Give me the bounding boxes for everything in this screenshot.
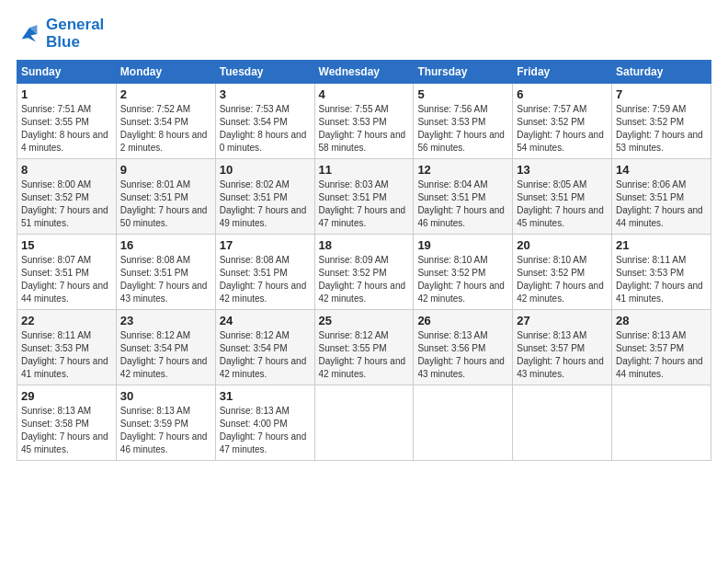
day-info: Sunrise: 8:03 AMSunset: 3:51 PMDaylight:…	[319, 178, 410, 230]
calendar-cell: 29Sunrise: 8:13 AMSunset: 3:58 PMDayligh…	[17, 385, 117, 461]
calendar-cell: 22Sunrise: 8:11 AMSunset: 3:53 PMDayligh…	[17, 310, 117, 385]
calendar-cell: 20Sunrise: 8:10 AMSunset: 3:52 PMDayligh…	[513, 235, 612, 310]
header-sunday: Sunday	[17, 61, 117, 84]
calendar-cell: 15Sunrise: 8:07 AMSunset: 3:51 PMDayligh…	[17, 235, 117, 310]
logo: General Blue	[17, 17, 104, 51]
calendar-cell: 6Sunrise: 7:57 AMSunset: 3:52 PMDaylight…	[513, 84, 612, 159]
day-info: Sunrise: 7:51 AMSunset: 3:55 PMDaylight:…	[21, 103, 112, 155]
day-info: Sunrise: 8:00 AMSunset: 3:52 PMDaylight:…	[21, 178, 112, 230]
calendar-cell: 3Sunrise: 7:53 AMSunset: 3:54 PMDaylight…	[215, 84, 314, 159]
day-number: 7	[616, 87, 707, 101]
day-number: 24	[220, 314, 311, 327]
calendar-cell: 13Sunrise: 8:05 AMSunset: 3:51 PMDayligh…	[513, 159, 612, 235]
day-info: Sunrise: 8:10 AMSunset: 3:52 PMDaylight:…	[417, 254, 508, 305]
calendar-cell: 27Sunrise: 8:13 AMSunset: 3:57 PMDayligh…	[513, 310, 612, 385]
day-number: 6	[517, 87, 608, 101]
calendar-cell	[414, 385, 513, 461]
day-info: Sunrise: 8:02 AMSunset: 3:51 PMDaylight:…	[220, 178, 311, 230]
day-number: 12	[417, 163, 508, 177]
day-number: 2	[120, 87, 211, 101]
calendar-body: 1Sunrise: 7:51 AMSunset: 3:55 PMDaylight…	[17, 84, 711, 461]
header-monday: Monday	[116, 61, 215, 84]
day-number: 13	[517, 163, 608, 177]
day-info: Sunrise: 7:59 AMSunset: 3:52 PMDaylight:…	[616, 103, 707, 155]
day-number: 25	[319, 314, 410, 327]
day-number: 28	[616, 314, 707, 327]
day-number: 27	[517, 314, 608, 327]
calendar-header: SundayMondayTuesdayWednesdayThursdayFrid…	[17, 61, 711, 84]
calendar-cell: 8Sunrise: 8:00 AMSunset: 3:52 PMDaylight…	[17, 159, 117, 235]
calendar-cell: 5Sunrise: 7:56 AMSunset: 3:53 PMDaylight…	[414, 84, 513, 159]
calendar-cell: 1Sunrise: 7:51 AMSunset: 3:55 PMDaylight…	[17, 84, 117, 159]
week-row-0: 1Sunrise: 7:51 AMSunset: 3:55 PMDaylight…	[17, 84, 711, 159]
logo-icon	[17, 21, 42, 47]
day-number: 4	[319, 87, 410, 101]
calendar-cell	[314, 385, 414, 461]
day-number: 14	[616, 163, 707, 177]
header-row: SundayMondayTuesdayWednesdayThursdayFrid…	[17, 61, 711, 84]
page: General Blue SundayMondayTuesdayWednesda…	[0, 0, 728, 563]
day-number: 15	[21, 238, 112, 252]
day-info: Sunrise: 8:06 AMSunset: 3:51 PMDaylight:…	[616, 178, 707, 230]
day-number: 5	[417, 87, 508, 101]
day-info: Sunrise: 8:10 AMSunset: 3:52 PMDaylight:…	[517, 254, 608, 305]
calendar-cell: 21Sunrise: 8:11 AMSunset: 3:53 PMDayligh…	[612, 235, 711, 310]
week-row-4: 29Sunrise: 8:13 AMSunset: 3:58 PMDayligh…	[17, 385, 711, 461]
calendar-cell: 14Sunrise: 8:06 AMSunset: 3:51 PMDayligh…	[612, 159, 711, 235]
header-friday: Friday	[513, 61, 612, 84]
calendar-cell: 7Sunrise: 7:59 AMSunset: 3:52 PMDaylight…	[612, 84, 711, 159]
day-info: Sunrise: 8:12 AMSunset: 3:55 PMDaylight:…	[319, 329, 410, 381]
day-info: Sunrise: 8:13 AMSunset: 3:57 PMDaylight:…	[616, 329, 707, 381]
day-info: Sunrise: 7:53 AMSunset: 3:54 PMDaylight:…	[220, 103, 311, 155]
calendar: SundayMondayTuesdayWednesdayThursdayFrid…	[17, 60, 711, 461]
day-number: 16	[120, 238, 211, 252]
day-number: 29	[21, 389, 112, 403]
calendar-cell: 17Sunrise: 8:08 AMSunset: 3:51 PMDayligh…	[215, 235, 314, 310]
calendar-cell: 28Sunrise: 8:13 AMSunset: 3:57 PMDayligh…	[612, 310, 711, 385]
day-number: 26	[417, 314, 508, 327]
day-number: 18	[319, 238, 410, 252]
day-info: Sunrise: 8:09 AMSunset: 3:52 PMDaylight:…	[319, 254, 410, 305]
day-number: 21	[616, 238, 707, 252]
day-number: 22	[21, 314, 112, 327]
logo-text: General Blue	[46, 17, 104, 51]
calendar-cell: 24Sunrise: 8:12 AMSunset: 3:54 PMDayligh…	[215, 310, 314, 385]
day-info: Sunrise: 7:55 AMSunset: 3:53 PMDaylight:…	[319, 103, 410, 155]
day-number: 20	[517, 238, 608, 252]
day-number: 8	[21, 163, 112, 177]
day-info: Sunrise: 8:08 AMSunset: 3:51 PMDaylight:…	[220, 254, 311, 305]
day-number: 1	[21, 87, 112, 101]
day-info: Sunrise: 7:57 AMSunset: 3:52 PMDaylight:…	[517, 103, 608, 155]
day-info: Sunrise: 8:05 AMSunset: 3:51 PMDaylight:…	[517, 178, 608, 230]
day-number: 23	[120, 314, 211, 327]
header-wednesday: Wednesday	[314, 61, 414, 84]
calendar-cell: 12Sunrise: 8:04 AMSunset: 3:51 PMDayligh…	[414, 159, 513, 235]
day-info: Sunrise: 8:13 AMSunset: 3:58 PMDaylight:…	[21, 405, 112, 456]
day-number: 9	[120, 163, 211, 177]
calendar-cell: 2Sunrise: 7:52 AMSunset: 3:54 PMDaylight…	[116, 84, 215, 159]
day-info: Sunrise: 8:12 AMSunset: 3:54 PMDaylight:…	[120, 329, 211, 381]
calendar-cell: 16Sunrise: 8:08 AMSunset: 3:51 PMDayligh…	[116, 235, 215, 310]
calendar-cell: 18Sunrise: 8:09 AMSunset: 3:52 PMDayligh…	[314, 235, 414, 310]
day-info: Sunrise: 8:07 AMSunset: 3:51 PMDaylight:…	[21, 254, 112, 305]
header-saturday: Saturday	[612, 61, 711, 84]
calendar-cell: 30Sunrise: 8:13 AMSunset: 3:59 PMDayligh…	[116, 385, 215, 461]
calendar-cell: 11Sunrise: 8:03 AMSunset: 3:51 PMDayligh…	[314, 159, 414, 235]
calendar-cell: 23Sunrise: 8:12 AMSunset: 3:54 PMDayligh…	[116, 310, 215, 385]
day-info: Sunrise: 8:08 AMSunset: 3:51 PMDaylight:…	[120, 254, 211, 305]
header: General Blue	[17, 17, 711, 51]
day-info: Sunrise: 7:56 AMSunset: 3:53 PMDaylight:…	[417, 103, 508, 155]
header-tuesday: Tuesday	[215, 61, 314, 84]
day-number: 10	[220, 163, 311, 177]
calendar-cell: 19Sunrise: 8:10 AMSunset: 3:52 PMDayligh…	[414, 235, 513, 310]
calendar-cell: 9Sunrise: 8:01 AMSunset: 3:51 PMDaylight…	[116, 159, 215, 235]
day-info: Sunrise: 8:11 AMSunset: 3:53 PMDaylight:…	[616, 254, 707, 305]
header-thursday: Thursday	[414, 61, 513, 84]
calendar-cell: 25Sunrise: 8:12 AMSunset: 3:55 PMDayligh…	[314, 310, 414, 385]
week-row-1: 8Sunrise: 8:00 AMSunset: 3:52 PMDaylight…	[17, 159, 711, 235]
day-info: Sunrise: 8:13 AMSunset: 4:00 PMDaylight:…	[220, 405, 311, 456]
day-info: Sunrise: 8:01 AMSunset: 3:51 PMDaylight:…	[120, 178, 211, 230]
day-info: Sunrise: 8:04 AMSunset: 3:51 PMDaylight:…	[417, 178, 508, 230]
day-number: 3	[220, 87, 311, 101]
week-row-2: 15Sunrise: 8:07 AMSunset: 3:51 PMDayligh…	[17, 235, 711, 310]
